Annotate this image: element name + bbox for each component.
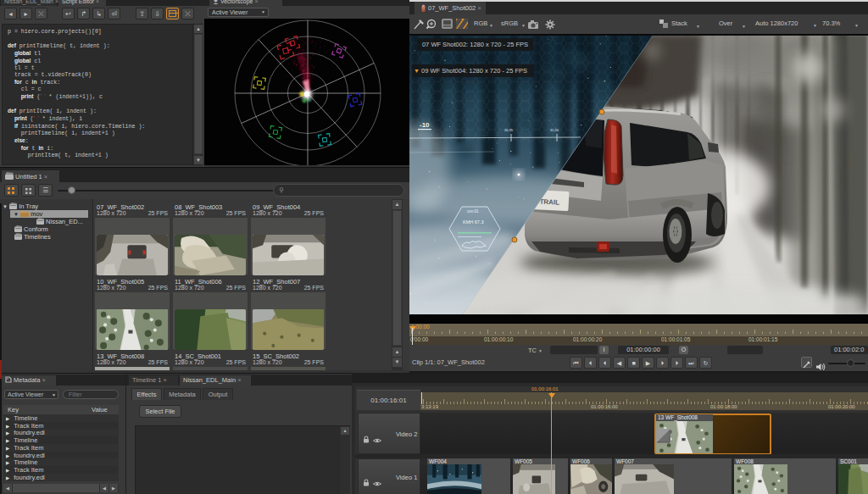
svg-text:con.01: con.01	[467, 209, 479, 214]
svg-text:KMH 67.3: KMH 67.3	[463, 219, 483, 225]
svg-text:-10: -10	[420, 121, 430, 129]
svg-text:26.35: 26.35	[504, 128, 514, 132]
svg-text:31.20: 31.20	[550, 128, 559, 132]
